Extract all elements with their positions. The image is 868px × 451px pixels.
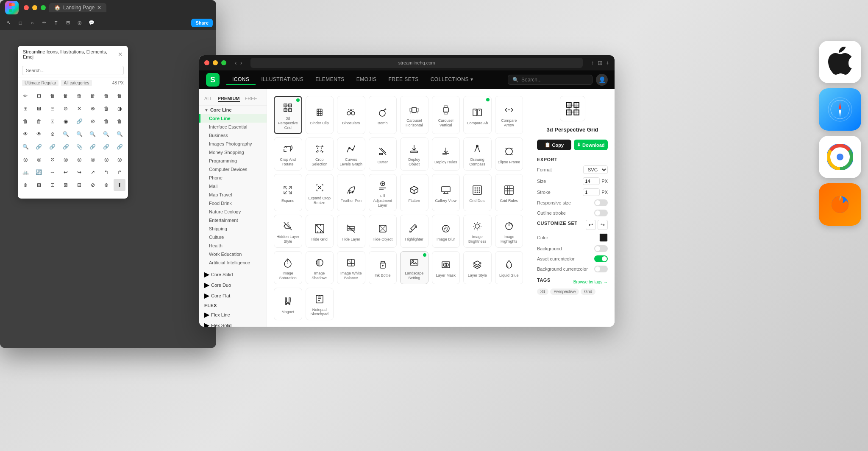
plugin-icon-16[interactable]: ◑ xyxy=(114,103,125,115)
tag-3d[interactable]: 3d xyxy=(537,289,548,295)
plugin-icon-5[interactable]: 🗑 xyxy=(73,90,85,102)
plugin-icon-10[interactable]: ⊠ xyxy=(33,103,45,115)
icon-cutter[interactable]: Cutter xyxy=(369,137,397,171)
figma-dot-yellow[interactable] xyxy=(32,5,37,10)
browser-dot-green[interactable] xyxy=(221,60,226,65)
bg-currentcolor-toggle[interactable] xyxy=(594,266,608,272)
browser-dot-yellow[interactable] xyxy=(213,60,218,65)
plugin-icon-40[interactable]: 🔗 xyxy=(114,141,125,153)
undo-button[interactable]: ↩ xyxy=(586,220,596,230)
sidebar-item-core-line[interactable]: Core Line xyxy=(199,114,267,123)
plugin-category-filter[interactable]: All categories xyxy=(61,80,92,86)
icon-layer-style[interactable]: Layer Style xyxy=(463,251,492,284)
plugin-icon-26[interactable]: 👁 xyxy=(33,128,45,140)
asset-currentcolor-toggle[interactable] xyxy=(594,255,608,262)
plugin-icon-39[interactable]: 🔗 xyxy=(100,141,112,153)
browser-address-bar[interactable]: streamlinehq.com xyxy=(250,58,582,68)
icon-bomb[interactable]: Bomb xyxy=(369,96,397,134)
browser-add-icon[interactable]: + xyxy=(606,59,609,66)
figma-tab[interactable]: 🏠 Landing Page ✕ xyxy=(49,3,106,12)
icon-compare-ab[interactable]: Compare Ab xyxy=(463,96,492,134)
icon-image-blur[interactable]: Image Blur xyxy=(432,215,460,248)
icon-hide-layer[interactable]: Hide Layer xyxy=(337,215,365,248)
nav-freesets[interactable]: FREE SETS xyxy=(383,75,425,85)
plugin-icon-53[interactable]: ↪ xyxy=(73,166,85,178)
plugin-icon-2[interactable]: ⊡ xyxy=(33,90,45,102)
plugin-icon-43[interactable]: ⊙ xyxy=(47,154,58,165)
plugin-icon-52[interactable]: ↩ xyxy=(60,166,72,178)
icon-drawing-compass[interactable]: Drawing Compass xyxy=(463,137,492,171)
icon-carousel-v[interactable]: Carousel Vertical xyxy=(432,96,460,134)
icon-expand[interactable]: Expand xyxy=(274,174,302,211)
toolbar-pen[interactable]: ✏ xyxy=(39,18,49,28)
plugin-icon-57[interactable]: ⊕ xyxy=(19,179,31,191)
browser-share-icon[interactable]: ↑ xyxy=(591,59,594,66)
plugin-search-input[interactable] xyxy=(22,66,124,75)
icon-image-highlights[interactable]: Image Highlights xyxy=(495,215,523,248)
plugin-close-icon[interactable]: ✕ xyxy=(118,51,123,58)
plugin-icon-15[interactable]: 🗑 xyxy=(100,103,112,115)
icon-layer-mask[interactable]: Layer Mask xyxy=(432,251,460,284)
icon-hide-grid[interactable]: Hide Grid xyxy=(306,215,334,248)
browser-forward-icon[interactable]: › xyxy=(240,59,242,66)
icon-hidden-layer[interactable]: Hidden Layer Style xyxy=(274,215,302,248)
plugin-icon-1[interactable]: ✏ xyxy=(19,90,31,102)
sidebar-flex-solid[interactable]: ▶ Flex Solid xyxy=(199,319,267,327)
sidebar-item-images[interactable]: Images Photography xyxy=(199,140,267,148)
tag-grid[interactable]: Grid xyxy=(581,289,595,295)
icon-deploy-rules[interactable]: Deploy Rules xyxy=(432,137,460,171)
plugin-icon-38[interactable]: 🔗 xyxy=(87,141,99,153)
sidebar-item-culture[interactable]: Culture xyxy=(199,233,267,241)
plugin-icon-41[interactable]: ◎ xyxy=(19,154,31,165)
sidebar-item-work[interactable]: Work Education xyxy=(199,250,267,258)
plugin-icon-48[interactable]: ◎ xyxy=(114,154,125,165)
icon-binoculars[interactable]: Binoculars xyxy=(337,96,365,134)
icon-curves-levels[interactable]: Curves Levels Graph xyxy=(337,137,365,171)
plugin-icon-33[interactable]: 🔍 xyxy=(19,141,31,153)
plugin-icon-60[interactable]: ⊠ xyxy=(60,179,72,191)
plugin-icon-21[interactable]: 🔗 xyxy=(73,115,85,127)
tab-free[interactable]: FREE xyxy=(245,96,257,102)
plugin-icon-6[interactable]: 🗑 xyxy=(87,90,99,102)
plugin-icon-9[interactable]: ⊞ xyxy=(19,103,31,115)
format-select[interactable]: SVG PNG JSX xyxy=(583,165,608,174)
plugin-icon-31[interactable]: 🔍 xyxy=(100,128,112,140)
sidebar-item-health[interactable]: Health xyxy=(199,241,267,250)
plugin-icon-59[interactable]: ⊡ xyxy=(47,179,58,191)
streamline-search[interactable]: 🔍 xyxy=(508,75,593,85)
icon-image-white-balance[interactable]: Image White Balance xyxy=(337,251,365,284)
sidebar-item-programming[interactable]: Programming xyxy=(199,157,267,165)
icon-landscape-setting[interactable]: Landscape Setting xyxy=(400,251,428,284)
sidebar-core-line-header[interactable]: ▼ Core Line xyxy=(199,106,267,114)
plugin-icon-32[interactable]: 🔍 xyxy=(114,128,125,140)
user-avatar-icon[interactable]: 👤 xyxy=(596,74,608,86)
redo-button[interactable]: ↪ xyxy=(598,220,608,230)
nav-collections[interactable]: COLLECTIONS ▾ xyxy=(425,75,479,85)
icon-carousel-h[interactable]: Carousel Horizontal xyxy=(400,96,428,134)
sidebar-item-shipping[interactable]: Shipping xyxy=(199,224,267,233)
figma-share-button[interactable]: Share xyxy=(191,19,213,27)
sidebar-item-phone[interactable]: Phone xyxy=(199,174,267,182)
search-input[interactable] xyxy=(521,77,588,83)
plugin-icon-51[interactable]: ↔ xyxy=(47,166,58,178)
plugin-icon-47[interactable]: ◎ xyxy=(100,154,112,165)
toolbar-text[interactable]: T xyxy=(51,18,61,28)
plugin-icon-3[interactable]: 🗑 xyxy=(47,90,58,102)
nav-elements[interactable]: ELEMENTS xyxy=(309,75,351,85)
sidebar-item-mail[interactable]: Mail xyxy=(199,182,267,190)
sidebar-item-interface[interactable]: Interface Essential xyxy=(199,123,267,131)
background-toggle[interactable] xyxy=(594,245,608,252)
sidebar-core-duo[interactable]: ▶ Core Duo xyxy=(199,279,267,290)
plugin-icon-7[interactable]: 🗑 xyxy=(100,90,112,102)
plugin-icon-36[interactable]: 🔗 xyxy=(60,141,72,153)
icon-image-brightness[interactable]: Image Brightness xyxy=(463,215,492,248)
icon-highlighter[interactable]: Highlighter xyxy=(400,215,428,248)
plugin-icon-18[interactable]: 🗑 xyxy=(33,115,45,127)
plugin-icon-50[interactable]: 🔄 xyxy=(33,166,45,178)
icon-feather-pen[interactable]: Feather Pen xyxy=(337,174,365,211)
plugin-icon-35[interactable]: 🔗 xyxy=(47,141,58,153)
plugin-icon-11[interactable]: ⊟ xyxy=(47,103,58,115)
sidebar-item-map[interactable]: Map Travel xyxy=(199,190,267,199)
plugin-icon-44[interactable]: ◎ xyxy=(60,154,72,165)
plugin-icon-13[interactable]: ✕ xyxy=(73,103,85,115)
